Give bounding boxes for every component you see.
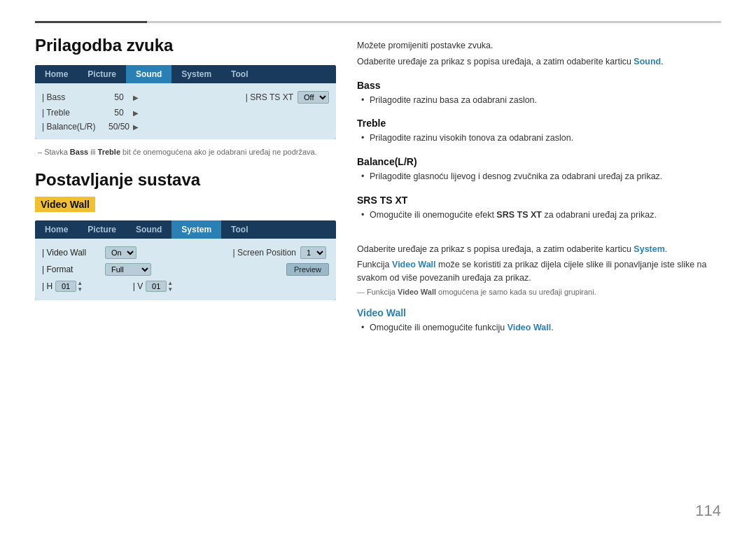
- balance-row: | Balance(L/R) 50/50 ▶: [42, 120, 329, 134]
- videowall-select[interactable]: On Off: [105, 246, 136, 259]
- balance-arrow[interactable]: ▶: [133, 123, 139, 131]
- format-select[interactable]: Full Natural: [105, 263, 151, 276]
- bass-row: | Bass 50 ▶ | SRS TS XT Off On: [42, 89, 329, 106]
- preview-button[interactable]: Preview: [286, 263, 329, 276]
- bass-section: Bass Prilagodite razinu basa za odabrani…: [357, 80, 721, 107]
- h-spin[interactable]: ▲▼: [77, 280, 83, 293]
- screenpos-label: | Screen Position: [233, 248, 297, 258]
- sound-menu-ui: Home Picture Sound System Tool | Bass 50…: [35, 65, 336, 139]
- v-input[interactable]: [146, 281, 167, 292]
- page-number: 114: [695, 502, 721, 520]
- system-menu-tabs: Home Picture Sound System Tool: [35, 220, 336, 239]
- vw-title: Video Wall: [357, 307, 721, 318]
- bass-title: Bass: [357, 80, 721, 91]
- sound-menu-content: | Bass 50 ▶ | SRS TS XT Off On | Treble …: [35, 83, 336, 139]
- screenpos-select[interactable]: 1 2: [300, 246, 326, 259]
- format-row: | Format Full Natural Preview: [42, 261, 329, 278]
- sys-tab-home[interactable]: Home: [35, 220, 78, 239]
- right-column: Možete promijeniti postavke zvuka. Odabe…: [357, 36, 721, 520]
- treble-desc: Prilagodite razinu visokih tonova za oda…: [357, 132, 721, 145]
- h-label: | H: [42, 281, 52, 291]
- system-note: Funkcija Video Wall omogućena je samo ka…: [357, 288, 721, 296]
- system-intro2: Funkcija Video Wall može se koristiti za…: [357, 258, 721, 285]
- treble-label: | Treble: [42, 108, 105, 118]
- tab-home[interactable]: Home: [35, 65, 78, 83]
- video-wall-badge: Video Wall: [35, 197, 95, 212]
- balance-section: Balance(L/R) Prilagodite glasnoću lijevo…: [357, 156, 721, 183]
- h-input[interactable]: [55, 281, 76, 292]
- srs-label: | SRS TS XT: [246, 92, 293, 102]
- vw-desc: Omogućite ili onemogućite funkciju Video…: [357, 321, 721, 335]
- section-title-sound: Prilagodba zvuka: [35, 36, 336, 55]
- balance-desc: Prilagodite glasnoću lijevog i desnog zv…: [357, 170, 721, 183]
- treble-section: Treble Prilagodite razinu visokih tonova…: [357, 118, 721, 145]
- balance-value: 50/50: [105, 122, 133, 132]
- srs-title: SRS TS XT: [357, 195, 721, 206]
- rule-dark: [35, 21, 147, 23]
- bass-arrow[interactable]: ▶: [133, 94, 139, 101]
- sound-intro1: Možete promijeniti postavke zvuka.: [357, 39, 721, 52]
- sound-link[interactable]: Sound: [634, 57, 661, 66]
- right-col-bottom: Odaberite uređaje za prikaz s popisa ure…: [357, 243, 721, 335]
- system-intro1: Odaberite uređaje za prikaz s popisa ure…: [357, 243, 721, 256]
- treble-arrow[interactable]: ▶: [133, 109, 139, 117]
- sys-tab-system[interactable]: System: [172, 220, 221, 239]
- vw-link1[interactable]: Video Wall: [392, 260, 436, 269]
- content-area: Prilagodba zvuka Home Picture Sound Syst…: [35, 36, 721, 520]
- vw-link2[interactable]: Video Wall: [507, 323, 552, 332]
- hv-row: | H ▲▼ | V ▲▼: [42, 278, 329, 295]
- sys-tab-tool[interactable]: Tool: [221, 220, 258, 239]
- videowall-label: | Video Wall: [42, 248, 105, 258]
- sys-tab-sound[interactable]: Sound: [126, 220, 172, 239]
- srs-section: SRS TS XT Omogućite ili onemogućite efek…: [357, 195, 721, 222]
- bass-desc: Prilagodite razinu basa za odabrani zasl…: [357, 94, 721, 107]
- videowall-row: | Video Wall On Off | Screen Position 1 …: [42, 244, 329, 261]
- bass-label: | Bass: [42, 92, 105, 102]
- v-label: | V: [133, 281, 143, 291]
- format-label: | Format: [42, 265, 105, 274]
- sound-menu-tabs: Home Picture Sound System Tool: [35, 65, 336, 83]
- vw-section: Video Wall Omogućite ili onemogućite fun…: [357, 307, 721, 335]
- tab-system[interactable]: System: [172, 65, 221, 83]
- treble-value: 50: [105, 108, 133, 118]
- system-link[interactable]: System: [634, 244, 664, 254]
- system-menu-ui: Home Picture Sound System Tool | Video W…: [35, 220, 336, 300]
- balance-title: Balance(L/R): [357, 156, 721, 167]
- page-container: Prilagodba zvuka Home Picture Sound Syst…: [0, 0, 756, 534]
- tab-sound[interactable]: Sound: [126, 65, 172, 83]
- bass-value: 50: [105, 92, 133, 102]
- sound-note: – Stavka Bass ili Treble bit će onemoguć…: [38, 148, 336, 156]
- tab-tool[interactable]: Tool: [221, 65, 258, 83]
- balance-label: | Balance(L/R): [42, 122, 105, 132]
- srs-select[interactable]: Off On: [298, 91, 329, 104]
- treble-row: | Treble 50 ▶: [42, 106, 329, 120]
- treble-title: Treble: [357, 118, 721, 129]
- system-menu-content: | Video Wall On Off | Screen Position 1 …: [35, 239, 336, 300]
- tab-picture[interactable]: Picture: [78, 65, 126, 83]
- v-spin[interactable]: ▲▼: [167, 280, 173, 293]
- section-title-system: Postavljanje sustava: [35, 170, 336, 190]
- sound-intro2: Odaberite uređaje za prikaz s popisa ure…: [357, 55, 721, 69]
- left-column: Prilagodba zvuka Home Picture Sound Syst…: [35, 36, 336, 520]
- sys-tab-picture[interactable]: Picture: [78, 220, 126, 239]
- rule-light: [147, 21, 721, 23]
- top-rules: [35, 21, 721, 23]
- srs-desc: Omogućite ili onemogućite efekt SRS TS X…: [357, 209, 721, 222]
